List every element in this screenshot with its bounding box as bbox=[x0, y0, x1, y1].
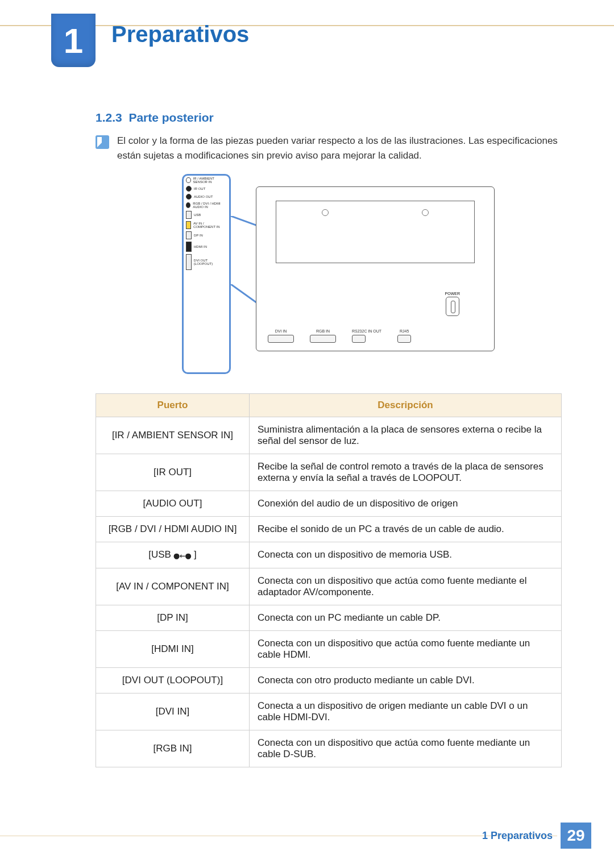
manual-page: 1 Preparativos 1.2.3 Parte posterior El … bbox=[0, 0, 614, 868]
page-footer: 1 Preparativos 29 bbox=[482, 823, 591, 849]
port-cell: [IR OUT] bbox=[96, 454, 250, 491]
table-row: [HDMI IN]Conecta con un dispositivo que … bbox=[96, 630, 562, 667]
desc-cell: Suministra alimentación a la placa de se… bbox=[250, 417, 562, 454]
rear-panel-diagram: IR / AMBIENT SENSOR IN IR OUT AUDIO OUT … bbox=[182, 171, 500, 381]
side-port-label: DP IN bbox=[194, 234, 203, 237]
usb-icon: ●←● bbox=[174, 550, 192, 561]
device-rear-outline: POWER DVI IN RGB IN RS232C IN OUT RJ45 bbox=[256, 186, 495, 351]
desc-cell: Conecta con un dispositivo de memoria US… bbox=[250, 542, 562, 568]
port-cell: [AV IN / COMPONENT IN] bbox=[96, 568, 250, 605]
port-cell: [AUDIO OUT] bbox=[96, 491, 250, 517]
bottom-rule bbox=[0, 836, 557, 836]
table-row: [RGB / DVI / HDMI AUDIO IN]Recibe el son… bbox=[96, 517, 562, 542]
port-cell: [DVI OUT (LOOPOUT)] bbox=[96, 667, 250, 693]
table-row: [DVI OUT (LOOPOUT)]Conecta con otro prod… bbox=[96, 667, 562, 693]
table-row: [DVI IN]Conecta a un dispositivo de orig… bbox=[96, 693, 562, 730]
side-port-label: AV IN / COMPONENT IN bbox=[193, 222, 227, 229]
chapter-title: Preparativos bbox=[111, 22, 249, 47]
port-cell: [DVI IN] bbox=[96, 693, 250, 730]
side-port-label: RGB / DVI / HDMI AUDIO IN bbox=[193, 202, 227, 209]
chapter-number-badge: 1 bbox=[51, 14, 96, 67]
side-port-panel: IR / AMBIENT SENSOR IN IR OUT AUDIO OUT … bbox=[182, 174, 231, 374]
table-row: [IR OUT]Recibe la señal de control remot… bbox=[96, 454, 562, 491]
desc-cell: Conexión del audio de un dispositivo de … bbox=[250, 491, 562, 517]
port-cell: [USB ●←● ] bbox=[96, 542, 250, 568]
side-port-label: HDMI IN bbox=[194, 245, 207, 248]
note-text: El color y la forma de las piezas pueden… bbox=[117, 134, 563, 164]
power-label: POWER bbox=[445, 292, 460, 296]
desc-cell: Recibe la señal de control remoto a trav… bbox=[250, 454, 562, 491]
side-port-label: DVI OUT (LOOPOUT) bbox=[194, 259, 227, 265]
desc-cell: Conecta con un dispositivo que actúa com… bbox=[250, 630, 562, 667]
side-port-label: IR / AMBIENT SENSOR IN bbox=[193, 177, 227, 184]
note-icon bbox=[96, 135, 109, 149]
power-port: POWER bbox=[445, 292, 460, 316]
bottom-port: RJ45 bbox=[397, 329, 411, 343]
table-row: [AUDIO OUT]Conexión del audio de un disp… bbox=[96, 491, 562, 517]
section-number: 1.2.3 bbox=[96, 111, 122, 124]
table-row: [DP IN]Conecta con un PC mediante un cab… bbox=[96, 605, 562, 630]
note-block: El color y la forma de las piezas pueden… bbox=[96, 134, 563, 164]
table-row: [AV IN / COMPONENT IN]Conecta con un dis… bbox=[96, 568, 562, 605]
table-row: [IR / AMBIENT SENSOR IN]Suministra alime… bbox=[96, 417, 562, 454]
port-cell: [RGB / DVI / HDMI AUDIO IN] bbox=[96, 517, 250, 542]
desc-cell: Conecta con otro producto mediante un ca… bbox=[250, 667, 562, 693]
port-cell: [IR / AMBIENT SENSOR IN] bbox=[96, 417, 250, 454]
footer-chapter-label: 1 Preparativos bbox=[482, 830, 561, 842]
desc-cell: Conecta con un dispositivo que actúa com… bbox=[250, 730, 562, 767]
port-cell: [DP IN] bbox=[96, 605, 250, 630]
side-port-label: AUDIO OUT bbox=[194, 195, 213, 198]
side-port-label: IR OUT bbox=[194, 187, 205, 190]
port-description-table: Puerto Descripción [IR / AMBIENT SENSOR … bbox=[96, 393, 562, 767]
table-row: [RGB IN]Conecta con un dispositivo que a… bbox=[96, 730, 562, 767]
bottom-port: DVI IN bbox=[268, 329, 294, 343]
section-heading: 1.2.3 Parte posterior bbox=[96, 111, 214, 124]
desc-cell: Recibe el sonido de un PC a través de un… bbox=[250, 517, 562, 542]
section-title: Parte posterior bbox=[128, 111, 213, 124]
bottom-port: RS232C IN OUT bbox=[352, 329, 381, 343]
side-port-label: USB bbox=[194, 213, 201, 217]
bottom-port: RGB IN bbox=[310, 329, 336, 343]
desc-cell: Conecta con un PC mediante un cable DP. bbox=[250, 605, 562, 630]
table-header-port: Puerto bbox=[96, 394, 250, 417]
footer-page-number: 29 bbox=[561, 823, 591, 849]
desc-cell: Conecta a un dispositivo de origen media… bbox=[250, 693, 562, 730]
desc-cell: Conecta con un dispositivo que actúa com… bbox=[250, 568, 562, 605]
port-cell: [HDMI IN] bbox=[96, 630, 250, 667]
port-cell: [RGB IN] bbox=[96, 730, 250, 767]
table-header-desc: Descripción bbox=[250, 394, 562, 417]
table-row: [USB ●←● ]Conecta con un dispositivo de … bbox=[96, 542, 562, 568]
